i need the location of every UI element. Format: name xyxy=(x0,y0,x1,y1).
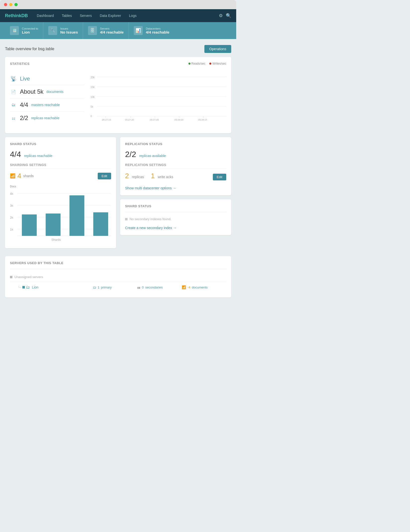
svg-text:05:27:30: 05:27:30 xyxy=(125,119,134,121)
server-bullet xyxy=(22,286,25,288)
masters-label: masters reachable xyxy=(31,103,60,107)
servers-value: 4/4 reachable xyxy=(100,30,124,34)
replicas-label: replicas reachable xyxy=(31,116,59,120)
svg-rect-29 xyxy=(22,214,37,236)
svg-text:4k: 4k xyxy=(10,192,13,196)
secondaries-label: secondaries xyxy=(145,286,163,289)
secondaries-icon: ⚏ xyxy=(137,285,140,289)
live-icon: 📡 xyxy=(10,76,17,82)
primary-icon: 🗂 xyxy=(93,285,96,289)
replicas-number: 2 xyxy=(125,172,129,180)
statistics-card: Statistics Reads/sec Writes/sec 📡 Live 📄… xyxy=(5,57,231,133)
datacenters-value: 4/4 reachable xyxy=(146,30,169,34)
chart-docs-label: Docs xyxy=(10,185,111,188)
nav-tables[interactable]: Tables xyxy=(59,12,75,19)
no-indexes-text: No secondary indexes found. xyxy=(130,217,171,221)
replication-settings-title: Replication settings xyxy=(125,163,226,169)
svg-text:Shards: Shards xyxy=(51,238,61,242)
replication-label: replicas available xyxy=(139,154,166,158)
page-title: Table overview for bsg.table xyxy=(5,47,54,51)
issues-label: Issues xyxy=(60,27,78,30)
svg-rect-30 xyxy=(46,213,61,236)
shards-icon: 📶 xyxy=(10,173,15,179)
replication-card: Replication status 2/2 replicas availabl… xyxy=(120,137,231,195)
svg-text:1k: 1k xyxy=(10,228,13,231)
shard-status-label: replicas reachable xyxy=(24,154,52,158)
wrench-icon: 🔧 xyxy=(48,26,57,35)
nav-servers[interactable]: Servers xyxy=(77,12,95,19)
svg-text:3k: 3k xyxy=(10,204,13,207)
right-col: Replication status 2/2 replicas availabl… xyxy=(120,137,231,252)
settings-button[interactable]: ⚙ xyxy=(219,13,223,18)
stats-left: 📡 Live 📄 About 5k documents 🗂 4/4 master… xyxy=(10,73,85,128)
chart-legend: Reads/sec Writes/sec xyxy=(188,62,227,65)
svg-text:15k: 15k xyxy=(91,86,95,88)
stats-right: 20k 15k 10k 5k 0 05:27:15 05:27:30 05:27… xyxy=(91,73,226,128)
stat-live: 📡 Live xyxy=(10,73,85,85)
sharding-settings-title: Sharding settings xyxy=(10,163,111,169)
two-col-layout: Shard status 4/4 replicas reachable Shar… xyxy=(5,137,231,252)
svg-text:0: 0 xyxy=(91,115,92,118)
nav-logs[interactable]: Logs xyxy=(126,12,139,19)
unassigned-label: Unassigned servers xyxy=(14,275,43,279)
svg-text:10k: 10k xyxy=(91,96,95,98)
status-connected: 🖥 Connected to Lion xyxy=(5,22,43,39)
stat-replicas: ⚏ 2/2 replicas reachable xyxy=(10,112,85,124)
navbar: RethinkDB Dashboard Tables Servers Data … xyxy=(0,9,236,22)
tree-line: └─ xyxy=(18,286,21,289)
primary-count: 1 xyxy=(98,286,99,289)
show-multi-datacenter-link[interactable]: Show multi datacenter options → xyxy=(125,186,176,190)
minimize-button[interactable] xyxy=(9,3,12,6)
close-button[interactable] xyxy=(4,3,7,6)
writes-legend: Writes/sec xyxy=(209,62,226,65)
connected-label: Connected to xyxy=(22,27,38,30)
shard-status-number: 4/4 xyxy=(10,150,21,159)
shard-bar-chart: 4k 3k 2k 1k xyxy=(10,189,111,242)
svg-rect-31 xyxy=(69,195,84,236)
page-header: Table overview for bsg.table Operations xyxy=(5,45,231,53)
servers-icon: 🗄 xyxy=(88,26,97,35)
server-secondaries-stat: ⚏ 0 secondaries xyxy=(137,285,182,289)
write-acks-number: 1 xyxy=(151,172,155,180)
divider xyxy=(125,212,226,212)
operations-button[interactable]: Operations xyxy=(204,45,231,53)
nav-links: Dashboard Tables Servers Data Explorer L… xyxy=(34,12,219,19)
svg-text:05:28:15: 05:28:15 xyxy=(198,119,207,121)
primary-label: primary xyxy=(101,286,112,289)
reads-legend: Reads/sec xyxy=(188,62,206,65)
secondary-indexes-title: Shard status xyxy=(125,204,226,208)
sharding-edit-button[interactable]: Edit xyxy=(98,173,111,179)
server-icon: 🗂 xyxy=(26,285,30,289)
server-name-text[interactable]: Lion xyxy=(32,285,38,289)
documents-count: -4 xyxy=(187,286,190,289)
shard-status-title: Shard status xyxy=(10,142,111,146)
datacenters-icon: 📊 xyxy=(134,26,143,35)
masters-icon: 🗂 xyxy=(10,103,17,107)
shard-status-card: Shard status 4/4 replicas reachable Shar… xyxy=(5,137,116,248)
search-button[interactable]: 🔍 xyxy=(226,13,231,18)
status-issues: 🔧 Issues No Issues xyxy=(43,22,83,39)
main-content: Table overview for bsg.table Operations … xyxy=(0,39,236,307)
stat-docs: 📄 About 5k documents xyxy=(10,85,85,98)
docs-label: documents xyxy=(46,90,63,94)
replication-edit-button[interactable]: Edit xyxy=(213,174,226,180)
bullet-icon xyxy=(125,218,128,220)
nav-data-explorer[interactable]: Data Explorer xyxy=(97,12,124,19)
connected-value: Lion xyxy=(22,30,38,34)
unassigned-bullet xyxy=(10,276,12,278)
servers-card: Servers used by this table Unassigned se… xyxy=(5,256,231,297)
svg-rect-32 xyxy=(93,212,108,236)
datacenters-label: Datacenters xyxy=(146,27,169,30)
logo: RethinkDB xyxy=(5,13,28,18)
status-servers: 🗄 Servers 4/4 reachable xyxy=(83,22,129,39)
nav-dashboard[interactable]: Dashboard xyxy=(34,12,57,19)
monitor-icon: 🖥 xyxy=(10,26,19,35)
svg-text:05:27:45: 05:27:45 xyxy=(150,119,159,121)
svg-text:20k: 20k xyxy=(91,76,95,79)
shards-number: 4 xyxy=(17,172,21,180)
create-index-link[interactable]: Create a new secondary index → xyxy=(125,226,177,230)
maximize-button[interactable] xyxy=(14,3,18,6)
status-bar: 🖥 Connected to Lion 🔧 Issues No Issues 🗄… xyxy=(0,22,236,39)
no-indexes-row: No secondary indexes found. xyxy=(125,215,226,223)
secondaries-count: 0 xyxy=(142,286,144,289)
